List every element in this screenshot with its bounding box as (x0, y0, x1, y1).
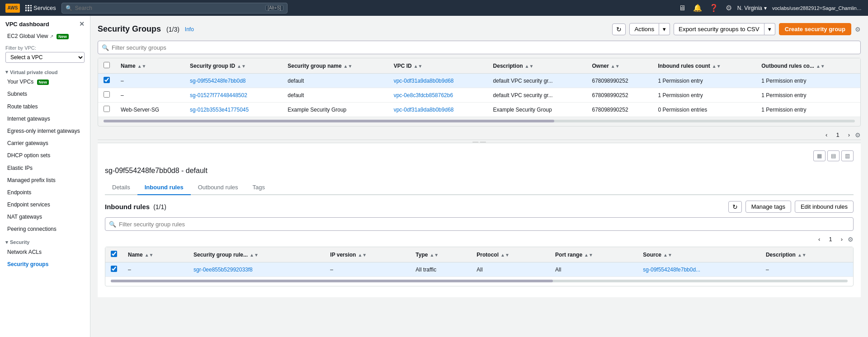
sidebar-section-vpc[interactable]: ▾ Virtual private cloud (0, 66, 90, 76)
sort-owner-icon[interactable]: ▲▼ (611, 64, 620, 69)
row-sgid-1[interactable]: sg-01527f77448448502 (184, 88, 282, 103)
inbound-settings-icon[interactable]: ⚙ (848, 236, 854, 243)
sort-outbound-icon[interactable]: ▲▼ (816, 64, 825, 69)
sidebar-title[interactable]: VPC dashboard (5, 21, 49, 28)
inbound-col-ipversion: IP version▲▼ (325, 247, 410, 262)
services-button[interactable]: Services (25, 5, 56, 11)
select-all-checkbox[interactable] (104, 62, 110, 68)
actions-dropdown-icon[interactable]: ▾ (659, 23, 670, 35)
table-scrollbar[interactable] (98, 117, 860, 126)
sidebar-item-endpoints[interactable]: Endpoints (0, 187, 90, 199)
next-page-button[interactable]: › (845, 130, 853, 140)
row-checkbox-2[interactable] (104, 106, 110, 112)
sort-inbound-icon[interactable]: ▲▼ (712, 64, 721, 69)
inbound-filter-input[interactable] (119, 221, 849, 228)
row-sgname-2: Example Security Group (282, 103, 388, 117)
info-link[interactable]: Info (185, 26, 194, 33)
row-vpcid-0[interactable]: vpc-0df31a9da8b0b9d68 (388, 74, 488, 88)
sort-inbound-desc[interactable]: ▲▼ (797, 253, 807, 257)
table-row[interactable]: – sg-09f554248fe7bb0d8 default vpc-0df31… (98, 74, 860, 88)
inbound-scrollbar[interactable] (105, 277, 853, 286)
sort-inbound-name[interactable]: ▲▼ (145, 253, 154, 257)
inbound-filter[interactable]: 🔍 (105, 217, 854, 231)
export-dropdown-icon[interactable]: ▾ (764, 23, 775, 35)
sidebar-item-routetables[interactable]: Route tables (0, 101, 90, 113)
inbound-table-row[interactable]: – sgr-0ee855b52992033f8 – All traffic Al… (105, 262, 853, 277)
table-row[interactable]: Web-Server-SG sg-012b3553e41775045 Examp… (98, 103, 860, 117)
sidebar-item-dhcp[interactable]: DHCP option sets (0, 150, 90, 162)
sort-inbound-type[interactable]: ▲▼ (429, 253, 439, 257)
inbound-row-type-0: All traffic (410, 262, 471, 277)
chevron-down-icon-security: ▾ (5, 239, 8, 245)
refresh-button[interactable]: ↻ (612, 23, 626, 35)
panel-splitter[interactable]: — — (98, 140, 861, 143)
view-toggle-grid[interactable]: ▦ (813, 150, 826, 161)
row-sgid-2[interactable]: sg-012b3553e41775045 (184, 103, 282, 117)
sort-name-icon[interactable]: ▲▼ (137, 64, 146, 69)
row-checkbox-1[interactable] (104, 91, 110, 98)
sidebar-item-internetgateways[interactable]: Internet gateways (0, 113, 90, 125)
sidebar-section-security[interactable]: ▾ Security (0, 236, 90, 246)
sidebar-item-natgateways[interactable]: NAT gateways (0, 211, 90, 223)
actions-button[interactable]: Actions (629, 23, 659, 35)
sort-inbound-protocol[interactable]: ▲▼ (500, 253, 509, 257)
row-sgname-0: default (282, 74, 388, 88)
bell-icon[interactable]: 🔔 (693, 4, 702, 12)
inbound-prev-button[interactable]: ‹ (815, 234, 823, 244)
sidebar-item-egressgateways[interactable]: Egress-only internet gateways (0, 125, 90, 137)
inbound-next-button[interactable]: › (838, 234, 846, 244)
inbound-select-all[interactable] (111, 251, 117, 257)
sidebar-item-elasticips[interactable]: Elastic IPs (0, 162, 90, 174)
tab-outbound-rules[interactable]: Outbound rules (191, 180, 245, 195)
sort-sgid-icon[interactable]: ▲▼ (237, 64, 246, 69)
settings-icon[interactable]: ⚙ (726, 4, 732, 12)
security-groups-filter[interactable]: 🔍 (98, 41, 861, 54)
tab-tags[interactable]: Tags (245, 180, 272, 195)
filter-input[interactable] (112, 44, 857, 51)
tab-details[interactable]: Details (105, 180, 137, 195)
user-menu[interactable]: voclabs/user2882912=Sagar_Chamling @ 678… (772, 5, 863, 11)
sort-sgname-icon[interactable]: ▲▼ (344, 64, 353, 69)
sort-vpcid-icon[interactable]: ▲▼ (414, 64, 423, 69)
table-row[interactable]: – sg-01527f77448448502 default vpc-0e8c3… (98, 88, 860, 103)
region-selector[interactable]: N. Virginia ▾ (737, 5, 767, 11)
sidebar-item-endpointservices[interactable]: Endpoint services (0, 199, 90, 211)
monitor-icon[interactable]: 🖥 (679, 4, 686, 12)
row-vpcid-2[interactable]: vpc-0df31a9da8b0b9d68 (388, 103, 488, 117)
view-toggle-detail[interactable]: ▥ (841, 150, 854, 161)
inbound-row-source-0[interactable]: sg-09f554248fe7bb0d... (637, 262, 760, 277)
inbound-refresh-button[interactable]: ↻ (728, 201, 742, 213)
sort-inbound-ruleid[interactable]: ▲▼ (250, 253, 259, 257)
sidebar-item-prefixlists[interactable]: Managed prefix lists (0, 174, 90, 187)
sidebar-item-networkacls[interactable]: Network ACLs (0, 246, 90, 258)
pagination-settings-icon[interactable]: ⚙ (855, 131, 861, 139)
sort-inbound-ipver[interactable]: ▲▼ (358, 253, 367, 257)
edit-inbound-rules-button[interactable]: Edit inbound rules (795, 201, 854, 213)
manage-tags-button[interactable]: Manage tags (745, 201, 791, 213)
view-toggle-list[interactable]: ▤ (827, 150, 840, 161)
inbound-row-checkbox-0[interactable] (111, 266, 117, 272)
tab-inbound-rules[interactable]: Inbound rules (137, 180, 191, 195)
prev-page-button[interactable]: ‹ (822, 130, 830, 140)
sidebar-item-carriergateways[interactable]: Carrier gateways (0, 137, 90, 150)
row-sgid-0[interactable]: sg-09f554248fe7bb0d8 (184, 74, 282, 88)
sidebar-item-securitygroups[interactable]: Security groups (0, 258, 90, 271)
sidebar-item-ec2global[interactable]: EC2 Global View ↗ New (0, 30, 90, 42)
export-button[interactable]: Export security groups to CSV (674, 23, 764, 35)
sidebar-item-yourvpcs[interactable]: Your VPCs New (0, 76, 90, 88)
sidebar-item-peeringconnections[interactable]: Peering connections (0, 223, 90, 235)
search-input[interactable] (75, 5, 263, 11)
inbound-row-ruleid-0[interactable]: sgr-0ee855b52992033f8 (188, 262, 325, 277)
sidebar-item-subnets[interactable]: Subnets (0, 88, 90, 100)
sort-inbound-port[interactable]: ▲▼ (584, 253, 593, 257)
global-search[interactable]: 🔍 [Alt+S] (61, 3, 288, 14)
help-icon[interactable]: ❓ (709, 4, 718, 12)
sort-desc-icon[interactable]: ▲▼ (525, 64, 534, 69)
vpc-filter-select[interactable]: Select a VPC (5, 52, 85, 63)
create-security-group-button[interactable]: Create security group (779, 23, 851, 35)
table-settings-icon[interactable]: ⚙ (855, 26, 861, 33)
sidebar-close-icon[interactable]: ✕ (79, 20, 85, 28)
sort-inbound-source[interactable]: ▲▼ (663, 253, 672, 257)
row-checkbox-0[interactable] (104, 77, 110, 83)
row-vpcid-1[interactable]: vpc-0e8c3fdcb858762b6 (388, 88, 488, 103)
